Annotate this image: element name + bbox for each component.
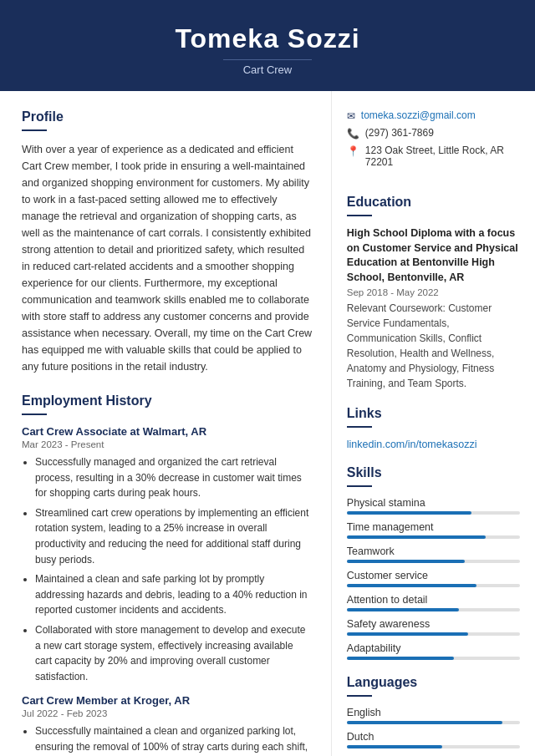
job-1-bullet-4: Collaborated with store management to de… — [35, 622, 313, 684]
profile-divider — [22, 129, 47, 131]
job-1: Cart Crew Associate at Walmart, AR Mar 2… — [22, 425, 313, 684]
skill-bar-fill-3 — [347, 584, 476, 587]
job-2: Cart Crew Member at Kroger, AR Jul 2022 … — [22, 694, 313, 756]
language-item-0: English — [347, 707, 520, 724]
skill-label-0: Physical stamina — [347, 497, 520, 509]
job-2-bullet-1: Successfully maintained a clean and orga… — [35, 723, 313, 756]
skill-bar-bg-1 — [347, 535, 520, 539]
edu-degree: High School Diploma with a focus on Cust… — [347, 226, 520, 285]
skill-bar-fill-4 — [347, 608, 460, 611]
job-2-bullets: Successfully maintained a clean and orga… — [22, 723, 313, 756]
skills-title: Skills — [347, 465, 520, 480]
skill-label-5: Safety awareness — [347, 618, 520, 630]
skill-item-0: Physical stamina — [347, 497, 520, 515]
skill-label-2: Teamwork — [347, 545, 520, 557]
main-layout: Profile With over a year of experience a… — [0, 91, 535, 756]
education-section: Education High School Diploma with a foc… — [347, 195, 520, 391]
contact-address-item: 📍 123 Oak Street, Little Rock, AR 72201 — [347, 145, 520, 168]
job-1-date: Mar 2023 - Present — [22, 439, 313, 449]
skill-bar-bg-2 — [347, 560, 520, 563]
job-1-title: Cart Crew Associate at Walmart, AR — [22, 425, 313, 438]
languages-title: Languages — [347, 675, 520, 690]
skills-section: Skills Physical stamina Time management … — [347, 465, 520, 660]
linkedin-link[interactable]: linkedin.com/in/tomekasozzi — [347, 439, 477, 450]
skill-bar-fill-6 — [347, 657, 454, 660]
lang-bar-fill-1 — [347, 745, 442, 748]
skill-bar-bg-4 — [347, 608, 520, 611]
address-text: 123 Oak Street, Little Rock, AR 72201 — [365, 145, 520, 168]
candidate-name: Tomeka Sozzi — [17, 23, 518, 54]
job-1-bullet-3: Maintained a clean and safe parking lot … — [35, 571, 313, 618]
skill-label-1: Time management — [347, 521, 520, 533]
job-1-bullet-2: Streamlined cart crew operations by impl… — [35, 505, 313, 567]
header: Tomeka Sozzi Cart Crew — [0, 0, 535, 91]
location-icon: 📍 — [347, 145, 359, 157]
links-title: Links — [347, 406, 520, 421]
skill-bar-bg-3 — [347, 584, 520, 587]
job-2-date: Jul 2022 - Feb 2023 — [22, 708, 313, 718]
skill-bar-bg-6 — [347, 657, 520, 660]
skill-item-4: Attention to detail — [347, 594, 520, 611]
language-item-1: Dutch — [347, 731, 520, 748]
right-column: ✉ tomeka.sozzi@gmail.com 📞 (297) 361-786… — [332, 91, 535, 756]
lang-bar-bg-1 — [347, 745, 520, 748]
skill-bar-fill-2 — [347, 560, 465, 563]
skill-label-6: Adaptability — [347, 642, 520, 654]
education-divider — [347, 215, 372, 216]
edu-coursework: Relevant Coursework: Customer Service Fu… — [347, 301, 520, 391]
phone-icon: 📞 — [347, 128, 359, 140]
profile-title: Profile — [22, 109, 313, 124]
contact-email-item: ✉ tomeka.sozzi@gmail.com — [347, 109, 520, 122]
skills-divider — [347, 485, 372, 487]
phone-text: (297) 361-7869 — [365, 127, 434, 139]
skill-bar-fill-1 — [347, 535, 486, 539]
job-1-bullet-1: Successfully managed and organized the c… — [35, 454, 313, 501]
lang-label-1: Dutch — [347, 731, 520, 743]
edu-date: Sep 2018 - May 2022 — [347, 287, 520, 297]
employment-title: Employment History — [22, 393, 313, 408]
lang-bar-bg-0 — [347, 721, 520, 724]
links-divider — [347, 426, 372, 428]
job-1-bullets: Successfully managed and organized the c… — [22, 454, 313, 684]
job-2-title: Cart Crew Member at Kroger, AR — [22, 694, 313, 707]
employment-divider — [22, 414, 47, 415]
skill-bar-bg-0 — [347, 511, 520, 515]
skill-item-2: Teamwork — [347, 545, 520, 563]
languages-list: English Dutch — [347, 707, 520, 748]
skill-item-6: Adaptability — [347, 642, 520, 660]
languages-section: Languages English Dutch — [347, 675, 520, 748]
skill-item-1: Time management — [347, 521, 520, 539]
skill-item-5: Safety awareness — [347, 618, 520, 636]
lang-bar-fill-0 — [347, 721, 502, 724]
contact-phone-item: 📞 (297) 361-7869 — [347, 127, 520, 140]
profile-text: With over a year of experience as a dedi… — [22, 141, 313, 375]
skill-label-3: Customer service — [347, 570, 520, 581]
skill-bar-bg-5 — [347, 632, 520, 636]
candidate-title: Cart Crew — [223, 59, 313, 76]
skills-list: Physical stamina Time management Teamwor… — [347, 497, 520, 660]
profile-section: Profile With over a year of experience a… — [22, 109, 313, 375]
skill-bar-fill-0 — [347, 511, 471, 515]
education-title: Education — [347, 195, 520, 210]
left-column: Profile With over a year of experience a… — [0, 91, 332, 756]
languages-divider — [347, 695, 372, 697]
contact-section: ✉ tomeka.sozzi@gmail.com 📞 (297) 361-786… — [347, 109, 520, 181]
links-section: Links linkedin.com/in/tomekasozzi — [347, 406, 520, 450]
email-link[interactable]: tomeka.sozzi@gmail.com — [361, 109, 476, 121]
employment-section: Employment History Cart Crew Associate a… — [22, 393, 313, 756]
skill-bar-fill-5 — [347, 632, 468, 636]
skill-label-4: Attention to detail — [347, 594, 520, 606]
lang-label-0: English — [347, 707, 520, 718]
skill-item-3: Customer service — [347, 570, 520, 587]
email-icon: ✉ — [347, 110, 355, 122]
